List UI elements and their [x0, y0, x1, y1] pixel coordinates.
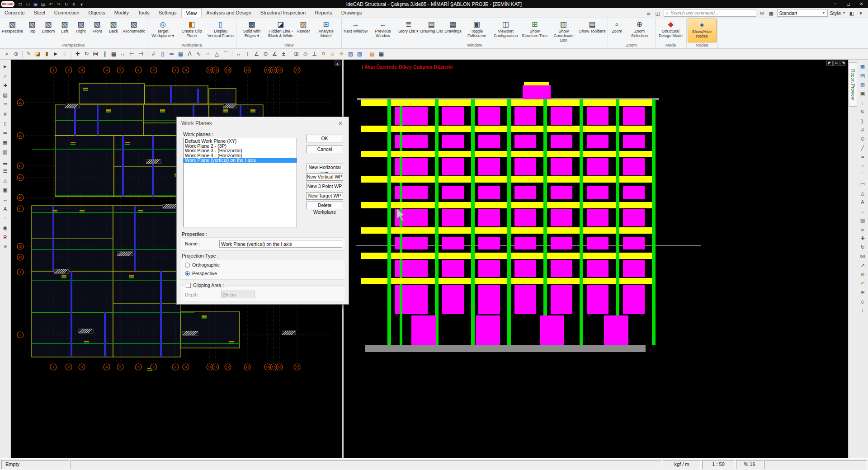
mirror-tool-icon[interactable]: ⋈: [858, 252, 867, 260]
snap-tool-icon[interactable]: ◇: [858, 297, 867, 306]
status-zoom[interactable]: % 16: [736, 460, 763, 469]
new-file-icon[interactable]: □: [17, 1, 24, 8]
maximize-button[interactable]: ◻: [842, 0, 855, 8]
array-icon[interactable]: ▦: [109, 50, 118, 58]
ribbon-button-perspective[interactable]: ▧Perspective: [1, 19, 24, 42]
lasso-icon[interactable]: ◌: [61, 50, 69, 58]
ortho-tool-icon[interactable]: ⊥: [858, 306, 867, 315]
eraser-icon[interactable]: ◪: [33, 50, 42, 58]
status-units[interactable]: kgf / m: [663, 460, 701, 469]
stretch-icon[interactable]: ↔: [118, 50, 127, 58]
undo-tool-icon[interactable]: ↶: [858, 279, 867, 287]
ribbon-button-drawings[interactable]: ▦Drawings: [443, 19, 462, 42]
move-tool-icon[interactable]: ✚: [858, 234, 867, 242]
minimize-button[interactable]: ─: [829, 0, 842, 8]
node-icon[interactable]: ⊙: [858, 135, 867, 143]
ribbon-button-show-hide-nodes[interactable]: ●Show/Hide Nodes: [688, 19, 717, 42]
truss-icon[interactable]: △: [1, 176, 10, 184]
bulb-icon[interactable]: ☼: [328, 50, 337, 58]
refresh-icon[interactable]: ↻: [63, 1, 70, 8]
settings-icon[interactable]: ✳: [1, 243, 10, 251]
arc-tool-icon[interactable]: ⌒: [858, 171, 867, 179]
zoom-tool-icon[interactable]: ⌕: [1, 72, 10, 80]
select-arrow-icon[interactable]: ►: [1, 62, 10, 70]
ribbon-button-target-workplane[interactable]: ◎Target Workplane ▾: [148, 19, 177, 42]
redo-icon[interactable]: ↷: [55, 1, 62, 8]
ribbon-button-show-structure-tree[interactable]: ⊞Show Structure Tree: [520, 19, 549, 42]
ribbon-button-zoom-selection[interactable]: ⊕Zoom Selection: [625, 19, 654, 42]
ribbon-button-toggle-fullscreen[interactable]: ▣Toggle Fullscreen: [462, 19, 491, 42]
render-small-icon[interactable]: ▧: [355, 50, 364, 58]
menu-connection[interactable]: Connection: [50, 8, 84, 18]
dim-linear-icon[interactable]: ↔: [234, 50, 243, 58]
ribbon-button-top[interactable]: ▧Top: [24, 19, 40, 42]
layer-tool-icon[interactable]: ≣: [858, 225, 867, 233]
qat-dropdown-icon[interactable]: ▾: [78, 1, 85, 8]
circle-tool-icon[interactable]: ○: [858, 162, 867, 170]
ribbon-button-viewport-configuration[interactable]: ◫Viewport Configuration: [491, 19, 520, 42]
polygon-tool-icon[interactable]: △: [858, 189, 867, 197]
ribbon-button-back[interactable]: ▧Back: [105, 19, 122, 42]
dim-radial-icon[interactable]: ⊙: [261, 50, 270, 58]
axis-icon[interactable]: #: [1, 110, 10, 118]
export-icon[interactable]: ↓: [858, 99, 867, 107]
wall-icon[interactable]: ▥: [1, 148, 10, 156]
menu-reports[interactable]: Reports: [310, 8, 337, 18]
ribbon-button-solid-with-edges[interactable]: ▩Solid with Edges ▾: [237, 19, 266, 42]
column-tool-icon[interactable]: ▯: [158, 50, 167, 58]
ribbon-button-analysis-model[interactable]: ⊞Analysis Model: [311, 19, 340, 42]
paint-brush-icon[interactable]: ▮: [42, 50, 51, 58]
cancel-button[interactable]: Cancel: [306, 146, 343, 153]
slab-tool-icon[interactable]: ▦: [176, 50, 185, 58]
osnap-icon[interactable]: ◇: [301, 50, 310, 58]
materials-icon[interactable]: ▨: [346, 50, 355, 58]
menu-modify[interactable]: Modify: [110, 8, 133, 18]
clipping-area-checkbox[interactable]: [186, 283, 191, 288]
rotate-icon[interactable]: ↻: [82, 50, 91, 58]
stairs-icon[interactable]: ☰: [1, 167, 10, 175]
more-dropdown-icon[interactable]: ▾: [857, 9, 864, 17]
grid-snap-icon[interactable]: ⊞: [292, 50, 301, 58]
ribbon-button-create-clip-plane[interactable]: ◧Create Clip Plane: [177, 19, 206, 42]
workplane-list-item[interactable]: Work Plane 3 - (Horizontal): [184, 148, 297, 153]
grid-tool-icon[interactable]: ⊞: [858, 288, 867, 296]
text-tool-icon[interactable]: A: [185, 50, 194, 58]
save-file-icon[interactable]: ▣: [32, 1, 39, 8]
offset-icon[interactable]: ∥: [100, 50, 109, 58]
ribbon-button-show-toolbars[interactable]: ▤Show Toolbars: [578, 19, 607, 42]
workplanes-listbox[interactable]: Default Work Plane (XY)Work Plane 2 - (3…: [183, 138, 297, 227]
section-icon[interactable]: ≈: [1, 214, 10, 222]
ribbon-button-hidden-line-black-white[interactable]: ◪Hidden Line - Black & White: [266, 19, 295, 42]
arc-tool-icon[interactable]: ⌒: [222, 50, 230, 58]
zoom-window-icon[interactable]: ⌕: [3, 50, 11, 58]
standart-combobox[interactable]: Standart ▼: [777, 9, 828, 17]
rebar-table-icon[interactable]: ▥: [858, 80, 867, 89]
ribbon-button-left[interactable]: ▧Left: [57, 19, 73, 42]
ucs-icon[interactable]: ¤: [319, 50, 328, 58]
menu-concrete[interactable]: Concrete: [0, 8, 29, 18]
elevation-viewport[interactable]: I Aksı Üzerinde Dikey Çalışma Düzlemi ◤N…: [344, 60, 848, 458]
polyline-tool-icon[interactable]: ≈: [858, 153, 867, 161]
close-button[interactable]: ✕: [855, 0, 868, 8]
measure-icon[interactable]: ±: [279, 50, 288, 58]
ribbon-button-front[interactable]: ▧Front: [89, 19, 105, 42]
viewport-view-button[interactable]: ◥: [840, 61, 846, 66]
send-mail-icon[interactable]: ✉: [759, 9, 766, 17]
menu-structural-inspection[interactable]: Structural Inspection: [256, 8, 310, 18]
circle-tool-icon[interactable]: ○: [203, 50, 212, 58]
report-table-icon[interactable]: ▦: [858, 62, 867, 70]
camera-icon[interactable]: ◉: [1, 224, 10, 232]
library-icon[interactable]: ▣: [1, 186, 10, 194]
name-input[interactable]: [219, 240, 342, 248]
ribbon-button-story-list[interactable]: ≣Story List ▾: [397, 19, 420, 42]
text-tool-icon[interactable]: A: [858, 198, 867, 206]
text-icon[interactable]: A: [1, 205, 10, 213]
beam-tool-icon[interactable]: ═: [167, 50, 176, 58]
axis-generator-icon[interactable]: #: [149, 50, 158, 58]
report-sheet-icon[interactable]: ▤: [858, 71, 867, 80]
hatch-tool-icon[interactable]: ▨: [858, 216, 867, 224]
orthographic-radio[interactable]: [185, 263, 190, 268]
viewport-layout-icon[interactable]: ◫: [654, 9, 661, 17]
layer-stack-icon[interactable]: ≣: [645, 9, 652, 17]
extend-icon[interactable]: ⊣: [137, 50, 145, 58]
